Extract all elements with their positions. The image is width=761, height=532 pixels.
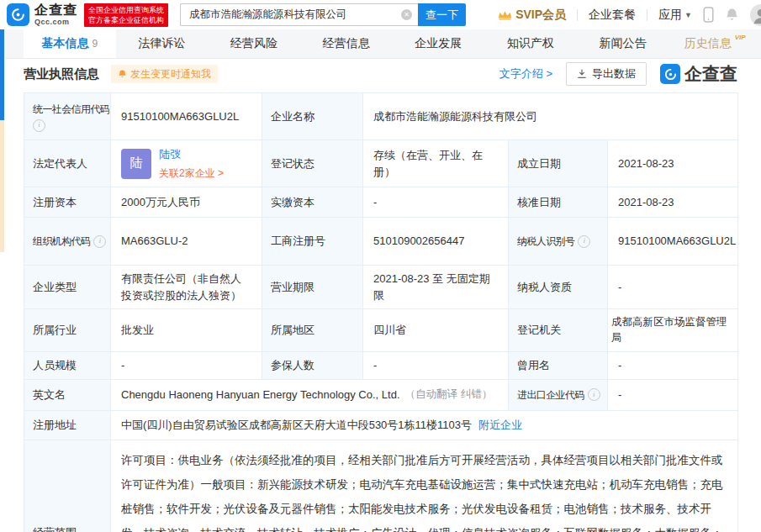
- label-credit-code-text: 统一社会信用代码: [33, 102, 109, 117]
- tab-basic-info[interactable]: 基本信息 9: [24, 29, 116, 58]
- notification-bell-icon[interactable]: [725, 8, 739, 22]
- label-approval-date: 核准日期: [509, 187, 608, 218]
- label-org-code: 组织机构代码: [24, 218, 111, 266]
- qcc-logo-icon[interactable]: [7, 3, 29, 26]
- value-establish-date: 2021-08-23: [608, 140, 738, 187]
- value-registered-address: 中国(四川)自由贸易试验区成都高新区天府大道中段530号1栋11楼1103号 附…: [111, 411, 738, 440]
- label-registered-capital: 注册资本: [24, 187, 111, 218]
- enterprise-package-link[interactable]: 企业套餐: [589, 8, 636, 23]
- label-legal-representative: 法定代表人: [24, 140, 111, 187]
- brand-block[interactable]: 企查查 Qcc.com: [34, 3, 77, 26]
- tab-basic-info-count: 9: [92, 38, 98, 50]
- legal-rep-links: 陆弢 关联2家企业 >: [159, 146, 224, 181]
- label-former-name: 曾用名: [509, 352, 608, 380]
- label-registration-authority: 登记机关: [509, 309, 608, 352]
- download-icon: [577, 69, 587, 79]
- value-credit-code: 91510100MA663GLU2L: [111, 93, 262, 140]
- nearby-companies-link[interactable]: 附近企业: [478, 417, 522, 434]
- svip-member-link[interactable]: SVIP会员: [498, 8, 566, 23]
- label-establish-date: 成立日期: [509, 140, 608, 187]
- value-org-code: MA663GLU-2: [111, 218, 262, 266]
- tab-business-info[interactable]: 经营信息: [300, 29, 393, 58]
- change-notify-label: 发生变更时通知我: [130, 67, 211, 82]
- label-paid-capital: 实缴资本: [262, 187, 363, 218]
- export-data-button[interactable]: 导出数据: [566, 62, 647, 86]
- header-menu: SVIP会员 企业套餐 应用 ▼: [498, 4, 761, 26]
- apps-label: 应用: [658, 8, 682, 23]
- side-strip-blue: [0, 29, 4, 120]
- value-insured-count: -: [363, 352, 509, 380]
- legal-rep-block: 陆 陆弢 关联2家企业 >: [121, 146, 224, 181]
- section-title: 营业执照信息: [24, 66, 99, 82]
- qcc-watermark: 企查查: [660, 62, 737, 86]
- related-companies-link[interactable]: 关联2家企业 >: [159, 166, 224, 181]
- user-avatar[interactable]: [750, 4, 761, 26]
- value-staff-size: -: [111, 352, 262, 380]
- divider: [647, 9, 647, 21]
- tab-business-risk[interactable]: 经营风险: [208, 29, 300, 58]
- value-paid-capital: -: [363, 187, 509, 218]
- change-notify-button[interactable]: 发生变更时通知我: [111, 65, 218, 83]
- value-registration-authority: 成都高新区市场监督管理局: [608, 309, 738, 352]
- tab-history-info[interactable]: 历史信息 VIP: [669, 29, 761, 58]
- page: 企查查 Qcc.com 全国企业信用查询系统 官方备案企业征信机构 ✕ 查一下 …: [0, 0, 761, 532]
- label-business-term: 营业期限: [262, 266, 363, 309]
- brand-name: 企查查: [34, 3, 77, 17]
- search-button[interactable]: 查一下: [418, 3, 466, 26]
- divider: [577, 9, 578, 21]
- credit-system-badge: 全国企业信用查询系统 官方备案企业征信机构: [84, 3, 168, 27]
- side-strip-peach: [0, 120, 4, 252]
- value-import-export-code: -: [608, 380, 738, 411]
- label-industry: 所属行业: [24, 309, 111, 352]
- search-input[interactable]: [180, 3, 418, 26]
- bell-icon: [118, 69, 127, 79]
- clear-search-icon[interactable]: ✕: [401, 9, 412, 20]
- value-taxpayer-id: 91510100MA663GLU2L: [608, 218, 738, 266]
- label-registration-status: 登记状态: [262, 140, 363, 187]
- value-business-scope: 许可项目：供电业务（依法须经批准的项目，经相关部门批准后方可开展经营活动，具体经…: [111, 440, 738, 532]
- auto-translate-note: （自动翻译: [405, 387, 458, 403]
- value-business-reg-no: 510109002656447: [363, 218, 509, 266]
- top-header: 企查查 Qcc.com 全国企业信用查询系统 官方备案企业征信机构 ✕ 查一下 …: [0, 0, 761, 29]
- label-company-type: 企业类型: [24, 266, 111, 309]
- label-business-reg-no: 工商注册号: [262, 218, 363, 266]
- business-license-table: 统一社会信用代码 91510100MA663GLU2L 企业名称 成都市浩能瀚源…: [24, 92, 738, 532]
- slogan-line2: 官方备案企业征信机构: [88, 15, 164, 25]
- tab-legal-litigation[interactable]: 法律诉讼: [116, 29, 209, 58]
- text-intro-link[interactable]: 文字介绍 >: [499, 66, 552, 82]
- value-business-term: 2021-08-23 至 无固定期限: [363, 266, 509, 309]
- slogan-line1: 全国企业信用查询系统: [88, 5, 164, 15]
- value-company-type: 有限责任公司（非自然人投资或控股的法人独资）: [111, 266, 262, 309]
- value-region: 四川省: [363, 309, 509, 352]
- value-registered-capital: 2000万元人民币: [111, 187, 262, 218]
- info-icon[interactable]: [588, 388, 600, 401]
- info-icon[interactable]: [33, 119, 45, 132]
- info-icon[interactable]: [93, 235, 106, 248]
- legal-rep-avatar: 陆: [121, 149, 151, 179]
- brand-domain: Qcc.com: [34, 18, 77, 26]
- label-business-scope: 经营范围: [24, 440, 111, 532]
- tab-intellectual-property[interactable]: 知识产权: [484, 29, 577, 58]
- value-company-name: 成都市浩能瀚源能源科技有限公司: [363, 93, 738, 140]
- info-icon[interactable]: [578, 235, 590, 248]
- label-registered-address: 注册地址: [24, 411, 111, 440]
- tab-news[interactable]: 新闻公告: [577, 29, 669, 58]
- value-registration-status: 存续（在营、开业、在册）: [363, 140, 509, 187]
- apps-menu[interactable]: 应用 ▼: [658, 8, 692, 23]
- value-taxpayer-quality: -: [608, 266, 738, 309]
- legal-rep-name-link[interactable]: 陆弢: [159, 146, 224, 163]
- tab-company-development[interactable]: 企业发展: [393, 29, 485, 58]
- tab-bar: 基本信息 9 法律诉讼 经营风险 经营信息 企业发展 知识产权 新闻公告 历史信…: [0, 29, 761, 59]
- label-taxpayer-id: 纳税人识别号: [509, 218, 608, 266]
- section-bar: 营业执照信息 发生变更时通知我 文字介绍 > 导出数据 企查查: [0, 59, 761, 89]
- export-data-label: 导出数据: [592, 66, 636, 82]
- label-insured-count: 参保人数: [262, 352, 363, 380]
- vip-badge: VIP: [735, 34, 746, 41]
- correction-link[interactable]: 纠错）: [461, 387, 493, 403]
- qcc-watermark-text: 企查查: [684, 62, 737, 86]
- value-legal-representative: 陆 陆弢 关联2家企业 >: [111, 140, 262, 187]
- section-controls: 文字介绍 > 导出数据 企查查: [499, 62, 737, 86]
- mobile-app-icon[interactable]: [703, 7, 714, 23]
- label-region: 所属地区: [262, 309, 363, 352]
- label-import-export-code: 进出口企业代码: [509, 380, 608, 411]
